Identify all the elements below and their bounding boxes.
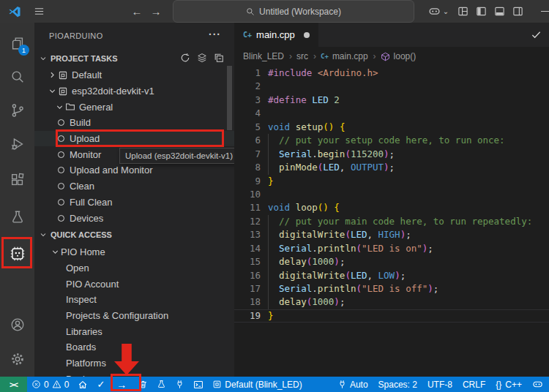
breadcrumb-src[interactable]: src xyxy=(296,51,308,61)
search-view-icon[interactable] xyxy=(0,61,34,92)
line-content: Serial.begin(115200); xyxy=(268,148,395,161)
pio-terminal-button[interactable] xyxy=(189,377,208,392)
chevron-down-icon[interactable] xyxy=(53,102,65,112)
pio-test-button[interactable] xyxy=(152,377,171,392)
tree-item-devices[interactable]: Devices xyxy=(34,371,234,377)
encoding-status[interactable]: UTF-8 xyxy=(427,377,452,392)
tree-item-devices[interactable]: Devices xyxy=(34,210,234,226)
line-number: 14 xyxy=(234,242,261,255)
toggle-panel-icon[interactable] xyxy=(491,0,507,23)
minimize-icon[interactable] xyxy=(537,0,549,23)
copilot-status-icon[interactable] xyxy=(532,377,543,392)
account-icon[interactable] xyxy=(0,309,34,340)
code-line-12[interactable]: 12 // put your main code here, to run re… xyxy=(234,215,549,228)
code-line-19[interactable]: 19} xyxy=(234,309,549,323)
pio-home-button[interactable] xyxy=(73,377,92,392)
explorer-icon[interactable]: 1 xyxy=(0,28,34,59)
problems-status[interactable]: 0 0 xyxy=(27,377,73,392)
code-line-5[interactable]: 5void setup() { xyxy=(234,121,549,134)
refresh-icon[interactable] xyxy=(180,53,190,64)
tree-item-pio-account[interactable]: PIO Account xyxy=(34,276,234,292)
serial-port-selector[interactable]: Auto xyxy=(337,377,368,392)
toggle-primary-sidebar-icon[interactable] xyxy=(473,0,489,23)
modified-dot-icon[interactable] xyxy=(304,32,310,38)
tree-item-general[interactable]: General xyxy=(34,99,234,115)
code-line-17[interactable]: 17 Serial.println("LED is off"); xyxy=(234,282,549,295)
pio-upload-button[interactable]: → xyxy=(109,377,134,392)
tree-item-projects-configuration[interactable]: Projects & Configuration xyxy=(34,308,234,324)
copilot-icon[interactable] xyxy=(426,0,442,23)
command-center-search[interactable]: Untitled (Workspace) xyxy=(173,0,414,23)
indentation-status[interactable]: Spaces: 2 xyxy=(378,377,417,392)
editor-action-check-icon[interactable] xyxy=(531,29,542,43)
code-line-1[interactable]: 1#include <Arduino.h> xyxy=(234,67,549,80)
tree-item-build[interactable]: Build xyxy=(34,115,234,131)
code-line-15[interactable]: 15 delay(1000); xyxy=(234,255,549,268)
tree-item-upload[interactable]: Upload xyxy=(34,131,234,147)
layers-icon[interactable] xyxy=(197,53,207,64)
tree-item-platforms[interactable]: Platforms xyxy=(34,355,234,372)
tree-item-pio-home[interactable]: PIO Home xyxy=(34,244,234,260)
menu-icon[interactable] xyxy=(31,0,47,23)
code-line-10[interactable]: 10 xyxy=(234,188,549,201)
section-quick-access[interactable]: QUICK ACCESS xyxy=(34,226,234,244)
code-line-6[interactable]: 6 // put your setup code here, to run on… xyxy=(234,134,549,147)
breadcrumb-symbol[interactable]: loop() xyxy=(394,51,417,61)
trash-icon xyxy=(138,380,148,389)
code-area[interactable]: 1#include <Arduino.h>23#define LED 245vo… xyxy=(234,67,549,377)
code-line-3[interactable]: 3#define LED 2 xyxy=(234,94,549,107)
line-content: } xyxy=(268,309,274,323)
tree-item-boards[interactable]: Boards xyxy=(34,339,234,355)
tab-main-cpp[interactable]: C+ main.cpp xyxy=(234,23,318,47)
section-project-tasks[interactable]: PROJECT TASKS xyxy=(34,49,234,67)
run-debug-icon[interactable] xyxy=(0,129,34,159)
testing-icon[interactable] xyxy=(0,202,34,233)
tree-item-libraries[interactable]: Libraries xyxy=(34,323,234,339)
pio-serial-monitor-button[interactable] xyxy=(171,377,189,392)
source-control-icon[interactable] xyxy=(0,95,34,126)
nav-back-icon[interactable]: ← xyxy=(129,0,145,23)
breadcrumb-separator: › xyxy=(373,51,376,61)
eol-status[interactable]: CRLF xyxy=(463,377,485,392)
code-line-9[interactable]: 9} xyxy=(234,175,549,188)
line-number: 2 xyxy=(234,80,261,93)
tree-item-default[interactable]: Default xyxy=(34,67,234,83)
copilot-chevron-icon[interactable]: ⌄ xyxy=(441,0,451,23)
nav-forward-icon[interactable]: → xyxy=(148,0,164,23)
code-line-16[interactable]: 16 digitalWrite(LED, LOW); xyxy=(234,269,549,282)
code-line-8[interactable]: 8 pinMode(LED, OUTPUT); xyxy=(234,161,549,174)
code-line-4[interactable]: 4 xyxy=(234,107,549,120)
code-line-7[interactable]: 7 Serial.begin(115200); xyxy=(234,148,549,161)
pio-clean-button[interactable] xyxy=(134,377,152,392)
language-mode-status[interactable]: {} C++ xyxy=(496,377,522,392)
tree-item-upload-and-monitor[interactable]: Upload and Monitor xyxy=(34,162,234,178)
code-line-13[interactable]: 13 digitalWrite(LED, HIGH); xyxy=(234,228,549,241)
chevron-down-icon[interactable] xyxy=(46,86,58,96)
code-line-2[interactable]: 2 xyxy=(234,80,549,93)
breadcrumb-project[interactable]: Blink_LED xyxy=(243,51,284,61)
chevron-down-icon[interactable] xyxy=(49,247,61,257)
code-line-18[interactable]: 18 delay(1000); xyxy=(234,295,549,309)
tree-item-esp32doit-devkit-v1[interactable]: esp32doit-devkit-v1 xyxy=(34,83,234,99)
tree-item-inspect[interactable]: Inspect xyxy=(34,292,234,308)
extensions-icon[interactable] xyxy=(0,165,34,195)
platformio-icon[interactable] xyxy=(0,238,34,269)
toggle-secondary-sidebar-icon[interactable] xyxy=(509,0,526,23)
sidebar-scrollbar[interactable] xyxy=(227,66,232,130)
breadcrumb-file[interactable]: main.cpp xyxy=(332,51,368,61)
tree-item-full-clean[interactable]: Full Clean xyxy=(34,195,234,211)
settings-gear-icon[interactable] xyxy=(0,344,34,374)
pio-env-selector[interactable]: Default (Blink_LED) xyxy=(208,377,306,392)
collapse-all-icon[interactable] xyxy=(214,53,224,64)
tree-item-open[interactable]: Open xyxy=(34,260,234,276)
code-line-14[interactable]: 14 Serial.println("LED is on"); xyxy=(234,242,549,255)
code-line-11[interactable]: 11void loop() { xyxy=(234,201,549,214)
chevron-right-icon[interactable] xyxy=(46,70,58,80)
board-icon xyxy=(58,70,72,80)
customize-layout-icon[interactable] xyxy=(455,0,471,23)
sidebar-more-actions-icon[interactable]: ··· xyxy=(209,29,221,40)
remote-indicator[interactable]: >< xyxy=(0,377,27,392)
pio-build-button[interactable]: ✓ xyxy=(92,377,109,392)
line-content: #include <Arduino.h> xyxy=(268,67,378,80)
tree-item-clean[interactable]: Clean xyxy=(34,178,234,195)
